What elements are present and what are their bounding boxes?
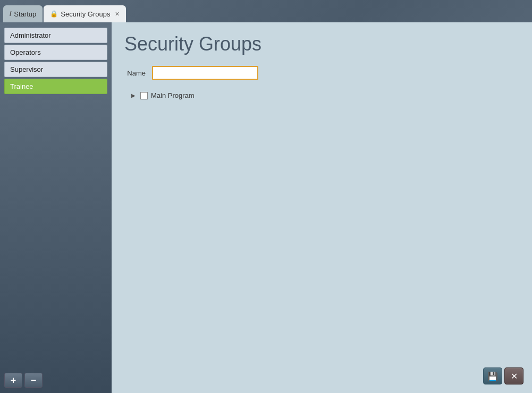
name-input[interactable] bbox=[152, 66, 258, 80]
save-icon: 💾 bbox=[487, 371, 498, 381]
tree-label-main-program: Main Program bbox=[151, 91, 195, 99]
name-form-row: Name bbox=[124, 66, 519, 80]
lock-icon: 🔒 bbox=[50, 10, 58, 18]
tab-bar: i Startup 🔒 Security Groups × bbox=[0, 0, 532, 22]
content-area: Security Groups Name ▶ Main Program 💾 ✕ bbox=[112, 22, 532, 393]
tab-security-groups-label: Security Groups bbox=[61, 10, 110, 18]
tree-row-main-program: ▶ Main Program bbox=[130, 90, 519, 101]
remove-button[interactable]: − bbox=[24, 373, 43, 388]
tab-startup-label: Startup bbox=[14, 10, 36, 18]
main-area: Administrator Operators Supervisor Train… bbox=[0, 22, 532, 393]
tab-security-groups[interactable]: 🔒 Security Groups × bbox=[44, 5, 125, 22]
tree-checkbox-main-program[interactable] bbox=[140, 92, 148, 99]
close-icon: ✕ bbox=[511, 371, 518, 381]
name-label: Name bbox=[124, 69, 146, 77]
close-button[interactable]: ✕ bbox=[504, 367, 523, 384]
sidebar-bottom-buttons: + − bbox=[4, 373, 43, 388]
sidebar-item-operators[interactable]: Operators bbox=[4, 45, 107, 60]
bottom-action-buttons: 💾 ✕ bbox=[483, 367, 523, 384]
page-title: Security Groups bbox=[124, 33, 519, 55]
info-icon: i bbox=[10, 10, 11, 18]
add-button[interactable]: + bbox=[4, 373, 22, 388]
sidebar-item-administrator[interactable]: Administrator bbox=[4, 28, 107, 43]
tab-close-button[interactable]: × bbox=[115, 10, 119, 18]
sidebar-item-supervisor[interactable]: Supervisor bbox=[4, 62, 107, 77]
tree-area: ▶ Main Program bbox=[124, 90, 519, 101]
tree-expander-main-program[interactable]: ▶ bbox=[130, 92, 137, 99]
save-button[interactable]: 💾 bbox=[483, 367, 502, 384]
sidebar: Administrator Operators Supervisor Train… bbox=[0, 22, 112, 393]
tab-startup[interactable]: i Startup bbox=[3, 5, 43, 22]
sidebar-item-trainee[interactable]: Trainee bbox=[4, 79, 107, 94]
